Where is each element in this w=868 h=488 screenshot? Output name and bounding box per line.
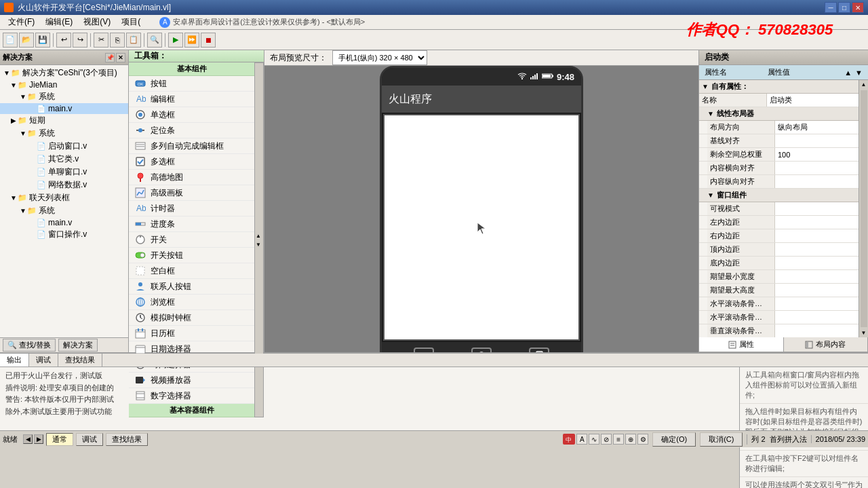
tab-output[interactable]: 输出 — [0, 354, 29, 367]
props-scroll-up[interactable]: ▲ — [844, 69, 852, 77]
phone-home-btn[interactable] — [471, 348, 492, 353]
tab-properties[interactable]: 属性 — [699, 337, 784, 352]
find-replace-btn[interactable]: 🔍 查找/替换 — [3, 339, 56, 352]
phone-content[interactable] — [383, 114, 580, 341]
tree-item-qidong[interactable]: 📄 启动窗口.v — [0, 140, 128, 153]
expand-liantianlbk[interactable]: ▼ — [9, 194, 18, 202]
expand-duanqi[interactable]: ▶ — [9, 117, 18, 124]
menu-view[interactable]: 视图(V) — [78, 15, 116, 29]
nav-prev[interactable]: ◀ — [23, 434, 33, 444]
toolbox-item-trackbar[interactable]: 定位条 — [129, 123, 254, 138]
tree-item-liantian-main[interactable]: 📄 main.v — [0, 217, 128, 228]
toolbox-item-progressbar[interactable]: 进度条 — [129, 217, 254, 232]
tb-debug[interactable]: ⏩ — [184, 33, 199, 48]
panel-close-btn[interactable]: ✕ — [116, 53, 125, 62]
menu-file[interactable]: 文件(F) — [3, 15, 40, 29]
props-section-window[interactable]: ▼ 窗口组件 — [699, 189, 859, 202]
tb-undo[interactable]: ↩ — [56, 33, 71, 48]
confirm-button[interactable]: 确定(O) — [652, 432, 696, 447]
expand-jiemian[interactable]: ▼ — [9, 81, 18, 89]
menu-project[interactable]: 项目( — [116, 15, 146, 29]
tb-copy[interactable]: ⎘ — [110, 33, 125, 48]
canvas-main[interactable]: 9:48 火山程序 — [264, 66, 698, 352]
props-scrollbar-down[interactable]: ▼ — [860, 329, 868, 337]
tree-item-duanqi-sys[interactable]: ▼ 📁 系统 — [0, 127, 128, 140]
menu-edit[interactable]: 编辑(E) — [40, 15, 78, 29]
tree-item-qita[interactable]: 📄 其它类.v — [0, 153, 128, 166]
tb-open[interactable]: 📂 — [19, 33, 34, 48]
mode-normal[interactable]: 通常 — [46, 433, 73, 446]
cancel-button[interactable]: 取消(C) — [700, 432, 743, 447]
toolbox-item-editbox[interactable]: Ab 编辑框 — [129, 92, 254, 107]
props-val-valign[interactable] — [775, 175, 859, 188]
solution-btn[interactable]: 解决方案 — [58, 339, 98, 352]
toolbox-item-button[interactable]: OK 按钮 — [129, 76, 254, 92]
tb-stop[interactable]: ⏹ — [201, 33, 216, 48]
toolbox-item-calendar[interactable]: 日历框 — [129, 326, 254, 341]
tb-cut[interactable]: ✂ — [94, 33, 108, 48]
props-val-baseline[interactable] — [775, 134, 859, 147]
props-scroll-down[interactable]: ▼ — [855, 69, 863, 77]
tree-item-liantianlbk[interactable]: ▼ 📁 联天列表框 — [0, 191, 128, 204]
toolbox-item-contact-btn[interactable]: 联系人按钮 — [129, 279, 254, 295]
props-val-name[interactable]: 启动类 — [767, 94, 859, 107]
props-val-padleft[interactable] — [775, 216, 859, 229]
tree-item-solution[interactable]: ▼ 📁 解决方案"CeShi"(3个项目) — [0, 67, 128, 79]
props-val-padbottom[interactable] — [775, 257, 859, 269]
props-val-visible[interactable] — [775, 202, 859, 215]
toolbox-scroll-up[interactable]: ▲ — [256, 233, 262, 239]
tb-run[interactable]: ▶ — [168, 33, 183, 48]
expand-duanqi-sys[interactable]: ▼ — [19, 130, 27, 137]
props-val-weight[interactable]: 100 — [775, 148, 859, 161]
toolbox-item-canvas[interactable]: 高级画板 — [129, 185, 254, 201]
tab-layout-content[interactable]: 布局内容 — [784, 337, 869, 352]
tree-item-jiemian-sys[interactable]: ▼ 📁 系统 — [0, 90, 128, 103]
tree-item-chuangkoucaozuo[interactable]: 📄 窗口操作.v — [0, 228, 128, 241]
props-val-hscroll1[interactable] — [775, 297, 859, 310]
toolbox-item-switch[interactable]: 开关 — [129, 232, 254, 248]
props-val-maxheight[interactable] — [775, 284, 859, 297]
phone-recents-btn[interactable] — [529, 348, 549, 353]
props-section-linear[interactable]: ▼ 线性布局器 — [699, 107, 859, 121]
toolbox-scroll-down[interactable]: ▼ — [256, 242, 262, 248]
expand-jiemian-sys[interactable]: ▼ — [19, 93, 27, 100]
toolbox-item-radio[interactable]: 单选框 — [129, 107, 254, 123]
tab-debug[interactable]: 调试 — [29, 354, 58, 367]
props-scrollbar-up[interactable]: ▲ — [860, 80, 868, 89]
props-section-own[interactable]: ▼ 自有属性： — [699, 80, 859, 94]
props-val-minwidth[interactable] — [775, 270, 859, 283]
nav-next[interactable]: ▶ — [34, 434, 43, 444]
layout-size-select[interactable]: 手机1(纵向) 320 × 480 手机2(纵向) 360 × 640 平板(纵… — [332, 50, 427, 65]
tree-item-danliao[interactable]: 📄 单聊窗口.v — [0, 166, 128, 179]
tree-item-jiemian[interactable]: ▼ 📁 JieMian — [0, 79, 128, 90]
toolbox-item-amap[interactable]: 高德地图 — [129, 170, 254, 185]
toolbox-item-webview[interactable]: 浏览框 — [129, 295, 254, 310]
toolbox-item-analog-clock[interactable]: 模拟时钟框 — [129, 310, 254, 326]
mode-find[interactable]: 查找结果 — [106, 433, 148, 446]
tree-item-wangluoshuju[interactable]: 📄 网络数据.v — [0, 179, 128, 191]
tree-item-liantian-sys[interactable]: ▼ 📁 系统 — [0, 204, 128, 217]
toolbox-item-toggle-btn[interactable]: 开关按钮 — [129, 248, 254, 263]
toolbox-item-timer[interactable]: Ab 计时器 — [129, 201, 254, 217]
toolbox-item-blank[interactable]: 空白框 — [129, 263, 254, 279]
tab-find-results[interactable]: 查找结果 — [58, 354, 102, 367]
props-val-vscroll1[interactable] — [775, 324, 859, 337]
props-val-padtop[interactable] — [775, 243, 859, 256]
toolbox-item-autocomplete[interactable]: 多列自动完成编辑框 — [129, 138, 254, 154]
tree-item-duanqi[interactable]: ▶ 📁 短期 — [0, 114, 128, 127]
expand-solution[interactable]: ▼ — [3, 69, 11, 77]
tb-redo[interactable]: ↪ — [73, 33, 87, 48]
props-val-padright[interactable] — [775, 229, 859, 242]
props-val-halign[interactable] — [775, 162, 859, 174]
tb-paste[interactable]: 📋 — [126, 33, 141, 48]
expand-liantian-sys[interactable]: ▼ — [19, 207, 27, 214]
phone-back-btn[interactable] — [414, 348, 434, 353]
tb-find[interactable]: 🔍 — [147, 33, 162, 48]
mode-debug[interactable]: 调试 — [76, 433, 103, 446]
minimize-button[interactable]: ─ — [825, 2, 837, 13]
toolbox-item-checkbox[interactable]: 多选框 — [129, 154, 254, 170]
panel-pin-btn[interactable]: 📌 — [105, 53, 115, 62]
props-val-direction[interactable]: 纵向布局 — [775, 121, 859, 134]
tb-new[interactable]: 📄 — [3, 33, 18, 48]
tree-item-main-v[interactable]: 📄 main.v — [0, 103, 128, 114]
